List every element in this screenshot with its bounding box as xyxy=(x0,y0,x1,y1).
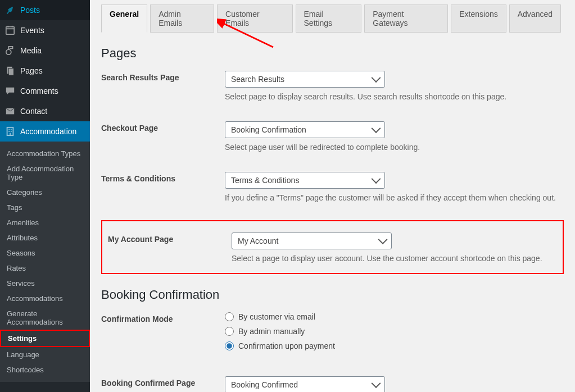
submenu-item-seasons[interactable]: Seasons xyxy=(0,245,90,261)
submenu-item-settings[interactable]: Settings xyxy=(0,330,90,347)
row-confirmation-mode: Confirmation Mode By customer via emailB… xyxy=(101,310,564,358)
sidebar-item-label: Contact xyxy=(20,107,47,116)
tab-email-settings[interactable]: Email Settings xyxy=(296,4,362,33)
sidebar-item-comments[interactable]: Comments xyxy=(0,81,90,101)
radio-label: By admin manually xyxy=(238,327,305,336)
sidebar-item-label: Events xyxy=(20,26,44,35)
sidebar-item-media[interactable]: Media xyxy=(0,40,90,61)
row-search-results-page: Search Results PageSearch ResultsSelect … xyxy=(101,69,564,103)
submenu-item-categories[interactable]: Categories xyxy=(0,185,90,200)
submenu-item-amenities[interactable]: Amenities xyxy=(0,215,90,230)
sidebar-item-events[interactable]: Events xyxy=(0,20,90,40)
select-booking-confirmed-page[interactable]: Booking Confirmed xyxy=(225,376,385,392)
sidebar-item-posts[interactable]: Posts xyxy=(0,0,90,20)
form-label: Search Results Page xyxy=(101,71,225,82)
sidebar-item-pages[interactable]: Pages xyxy=(0,61,90,81)
form-label: Terms & Conditions xyxy=(101,172,225,183)
radio-by-customer-via-email[interactable] xyxy=(225,312,234,321)
sidebar-item-label: Media xyxy=(20,46,42,55)
confirmation-mode-options: By customer via emailBy admin manuallyCo… xyxy=(225,312,564,356)
form-label: Checkout Page xyxy=(101,121,225,133)
accommodation-submenu: Accommodation TypesAdd Accommodation Typ… xyxy=(0,142,90,382)
tab-advanced[interactable]: Advanced xyxy=(509,4,561,33)
settings-content: GeneralAdmin EmailsCustomer EmailsEmail … xyxy=(90,0,575,392)
submenu-item-services[interactable]: Services xyxy=(0,276,90,291)
building-icon xyxy=(4,126,16,137)
svg-rect-9 xyxy=(8,129,10,130)
settings-tabs: GeneralAdmin EmailsCustomer EmailsEmail … xyxy=(101,4,564,33)
submenu-item-shortcodes[interactable]: Shortcodes xyxy=(0,362,90,377)
row-my-account-page: My Account PageMy AccountSelect a page t… xyxy=(108,230,557,265)
helper-text: Select page to display search results. U… xyxy=(225,92,564,101)
sidebar-item-contact[interactable]: Contact xyxy=(0,101,90,121)
comment-icon xyxy=(4,85,16,97)
sidebar-item-accommodation[interactable]: Accommodation xyxy=(0,121,90,142)
svg-rect-12 xyxy=(11,131,12,132)
helper-text: Select a page to display user account. U… xyxy=(232,254,557,263)
row-booking-confirmed-page: Booking Confirmed Page Booking Confirmed… xyxy=(101,374,564,392)
tab-extensions[interactable]: Extensions xyxy=(451,4,506,33)
tab-customer-emails[interactable]: Customer Emails xyxy=(217,4,292,33)
calendar-icon xyxy=(4,25,16,36)
tab-payment-gateways[interactable]: Payment Gateways xyxy=(364,4,448,33)
radio-row: By admin manually xyxy=(225,327,564,336)
submenu-item-accommodation-types[interactable]: Accommodation Types xyxy=(0,146,90,161)
row-checkout-page: Checkout PageBooking ConfirmationSelect … xyxy=(101,119,564,154)
svg-rect-6 xyxy=(8,69,13,76)
highlighted-row: My Account PageMy AccountSelect a page t… xyxy=(101,220,564,274)
select-terms-conditions[interactable]: Terms & Conditions xyxy=(225,172,385,189)
helper-text: If you define a "Terms" page the custome… xyxy=(225,193,564,202)
sidebar-item-label: Comments xyxy=(20,86,58,95)
select-search-results-page[interactable]: Search Results xyxy=(225,71,385,88)
svg-rect-11 xyxy=(8,131,10,132)
submenu-item-accommodations[interactable]: Accommodations xyxy=(0,291,90,306)
label-booking-confirmed-page: Booking Confirmed Page xyxy=(101,376,225,388)
admin-sidebar: PostsEventsMediaPagesCommentsContactAcco… xyxy=(0,0,90,392)
submenu-item-generate-accommodations[interactable]: Generate Accommodations xyxy=(0,306,90,330)
radio-row: By customer via email xyxy=(225,312,564,321)
svg-rect-0 xyxy=(6,27,14,35)
svg-point-4 xyxy=(6,49,11,54)
select-my-account-page[interactable]: My Account xyxy=(232,233,392,249)
radio-label: Confirmation upon payment xyxy=(238,341,335,350)
mail-icon xyxy=(4,106,16,117)
tab-general[interactable]: General xyxy=(101,4,147,33)
radio-label: By customer via email xyxy=(238,312,315,321)
submenu-item-attributes[interactable]: Attributes xyxy=(0,230,90,245)
form-label: My Account Page xyxy=(108,233,232,244)
submenu-item-language[interactable]: Language xyxy=(0,347,90,362)
svg-rect-10 xyxy=(11,129,12,130)
select-checkout-page[interactable]: Booking Confirmation xyxy=(225,121,385,138)
sidebar-item-label: Posts xyxy=(20,6,40,15)
row-terms-conditions: Terms & ConditionsTerms & ConditionsIf y… xyxy=(101,170,564,204)
radio-confirmation-upon-payment[interactable] xyxy=(225,341,234,350)
section-heading-pages: Pages xyxy=(101,46,564,61)
tab-admin-emails[interactable]: Admin Emails xyxy=(150,4,214,33)
media-icon xyxy=(4,45,16,56)
page-icon xyxy=(4,65,16,76)
radio-row: Confirmation upon payment xyxy=(225,341,564,350)
helper-text: Select page user will be redirected to c… xyxy=(225,143,564,152)
submenu-item-rates[interactable]: Rates xyxy=(0,261,90,276)
section-heading-booking: Booking Confirmation xyxy=(101,288,564,302)
submenu-item-tags[interactable]: Tags xyxy=(0,200,90,215)
radio-by-admin-manually[interactable] xyxy=(225,327,234,336)
label-confirmation-mode: Confirmation Mode xyxy=(101,312,225,323)
submenu-item-add-accommodation-type[interactable]: Add Accommodation Type xyxy=(0,161,90,185)
sidebar-item-label: Accommodation xyxy=(20,127,76,136)
sidebar-item-label: Pages xyxy=(20,66,43,75)
pin-icon xyxy=(4,4,16,16)
svg-rect-13 xyxy=(10,133,11,136)
